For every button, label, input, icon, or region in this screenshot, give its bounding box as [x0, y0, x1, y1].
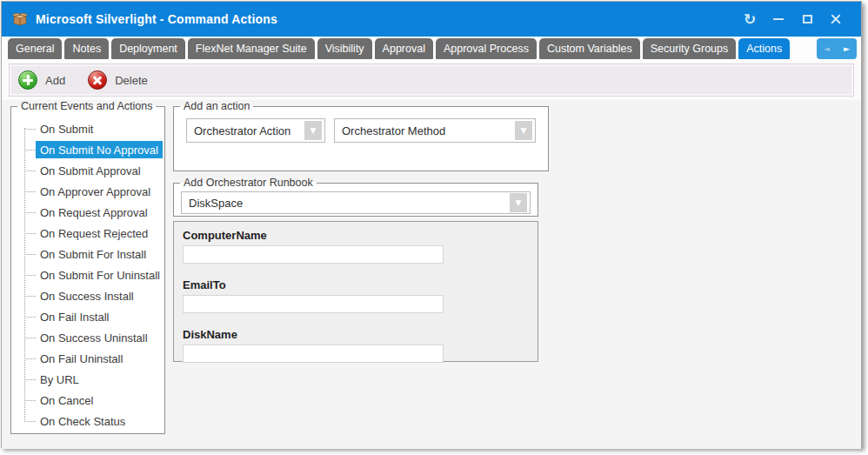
tab-general[interactable]: General [8, 38, 62, 59]
tree-item-on-request-approval[interactable]: On Request Approval [24, 202, 164, 223]
tree-connector [24, 317, 36, 318]
computername-input[interactable] [183, 245, 444, 264]
package-icon [12, 12, 28, 26]
tab-scroll-control[interactable]: ◄ ► [817, 38, 857, 59]
runbook-legend: Add Orchestrator Runbook [180, 177, 317, 189]
close-icon [831, 14, 841, 24]
tree-item-on-submit-no-approval[interactable]: On Submit No Approval [24, 139, 164, 160]
tree-connector [24, 212, 36, 213]
tree-item-on-check-status[interactable]: On Check Status [24, 411, 164, 432]
delete-button[interactable]: Delete [88, 70, 148, 90]
tree-item-on-cancel[interactable]: On Cancel [24, 390, 164, 411]
tree-connector [24, 338, 36, 338]
emailto-input[interactable] [183, 295, 444, 313]
runbook-panel: Add Orchestrator Runbook DiskSpace ▼ [173, 177, 538, 217]
tree-item-on-request-rejected[interactable]: On Request Rejected [24, 223, 164, 244]
window-controls: ↻ [742, 11, 851, 27]
tree-item-label: On Submit For Uninstall [36, 266, 164, 284]
tab-flexnet-manager-suite[interactable]: FlexNet Manager Suite [188, 38, 315, 59]
runbook-value: DiskSpace [182, 197, 507, 210]
tree-item-label: On Success Install [36, 287, 138, 304]
tree-item-label: On Check Status [36, 412, 130, 430]
minimize-icon [773, 18, 784, 20]
add-action-legend: Add an action [180, 100, 253, 112]
tree-connector [24, 421, 36, 422]
tree-item-on-submit-approval[interactable]: On Submit Approval [24, 160, 164, 181]
tree-connector [24, 129, 36, 130]
field-label-emailto: EmailTo [183, 278, 529, 291]
chevron-down-icon: ▼ [521, 126, 527, 135]
tree-connector [24, 358, 36, 359]
field-emailto: EmailTo [183, 278, 529, 313]
tree-item-on-fail-install[interactable]: On Fail Install [24, 306, 164, 327]
tree-item-on-success-install[interactable]: On Success Install [24, 285, 164, 306]
tab-visibility[interactable]: Visibility [317, 38, 372, 59]
add-action-panel: Add an action Orchestrator Action ▼ Orch… [173, 100, 549, 171]
field-computername: ComputerName [183, 229, 529, 264]
tab-deployment[interactable]: Deployment [111, 38, 185, 59]
tree-connector [24, 400, 36, 401]
runbook-params-panel: ComputerNameEmailToDiskName [173, 221, 538, 362]
tree-item-label: On Cancel [36, 391, 97, 409]
tree-connector [24, 171, 36, 171]
tree-item-on-success-uninstall[interactable]: On Success Uninstall [24, 327, 164, 348]
diskname-input[interactable] [183, 345, 444, 363]
tree-item-by-url[interactable]: By URL [24, 369, 164, 390]
tree-item-on-submit-for-install[interactable]: On Submit For Install [24, 244, 164, 264]
tree-item-label: On Success Uninstall [36, 329, 152, 346]
tree-connector [24, 275, 36, 276]
tree-connector [24, 233, 36, 234]
add-button-label: Add [45, 74, 65, 87]
toolbar-region: Add Delete [2, 60, 861, 100]
field-label-diskname: DiskName [183, 328, 529, 341]
tree-connector [24, 254, 36, 255]
tree-item-label: On Submit For Install [36, 245, 150, 263]
tab-custom-variables[interactable]: Custom Variables [539, 38, 640, 59]
field-label-computername: ComputerName [183, 229, 529, 242]
events-tree-legend: Current Events and Actions [17, 100, 156, 112]
tab-approval[interactable]: Approval [375, 38, 433, 59]
delete-button-label: Delete [115, 74, 148, 87]
tab-scroll-right-icon[interactable]: ► [844, 45, 850, 53]
dropdown-arrow-button[interactable]: ▼ [510, 193, 527, 212]
tree-item-on-submit-for-uninstall[interactable]: On Submit For Uninstall [24, 264, 164, 285]
tree-item-label: On Request Approval [36, 204, 152, 221]
toolbar: Add Delete [9, 64, 854, 97]
window-title: Microsoft Silverlight - Command Actions [36, 12, 277, 26]
tree-item-on-submit[interactable]: On Submit [24, 118, 164, 139]
tree-connector [24, 379, 36, 380]
refresh-icon: ↻ [744, 12, 756, 27]
delete-icon [88, 70, 107, 90]
tab-actions[interactable]: Actions [738, 38, 790, 59]
tree-connector [24, 150, 36, 151]
tab-bar: GeneralNotesDeploymentFlexNet Manager Su… [2, 37, 861, 60]
title-bar: Microsoft Silverlight - Command Actions … [2, 2, 861, 37]
orchestrator-action-select[interactable]: Orchestrator Action ▼ [186, 118, 325, 143]
action-combo-row: Orchestrator Action ▼ Orchestrator Metho… [174, 112, 548, 149]
tab-security-groups[interactable]: Security Groups [643, 38, 737, 59]
dropdown-arrow-button[interactable]: ▼ [515, 121, 532, 140]
dropdown-arrow-button[interactable]: ▼ [304, 121, 322, 140]
tree-item-label: On Approver Approval [36, 183, 155, 200]
close-button[interactable] [828, 11, 844, 27]
tab-approval-process[interactable]: Approval Process [436, 38, 537, 59]
chevron-down-icon: ▼ [310, 126, 317, 135]
maximize-button[interactable] [799, 11, 815, 27]
runbook-select[interactable]: DiskSpace ▼ [181, 191, 531, 214]
orchestrator-method-select[interactable]: Orchestrator Method ▼ [334, 118, 536, 143]
app-window: Microsoft Silverlight - Command Actions … [1, 1, 862, 448]
tree-item-label: On Submit No Approval [36, 141, 163, 158]
tree-item-label: On Submit Approval [36, 162, 145, 179]
tree-item-label: On Fail Uninstall [36, 350, 127, 367]
minimize-button[interactable] [771, 11, 786, 27]
add-button[interactable]: Add [18, 70, 65, 90]
tree-item-on-fail-uninstall[interactable]: On Fail Uninstall [24, 348, 164, 369]
tab-scroll-left-icon[interactable]: ◄ [824, 45, 830, 53]
tree-item-on-approver-approval[interactable]: On Approver Approval [24, 181, 164, 202]
tree-item-label: On Request Rejected [36, 224, 152, 242]
tab-notes[interactable]: Notes [64, 38, 109, 59]
chevron-down-icon: ▼ [516, 198, 522, 207]
refresh-button[interactable]: ↻ [742, 11, 758, 27]
add-icon [18, 70, 37, 90]
tree-item-label: By URL [36, 371, 83, 388]
